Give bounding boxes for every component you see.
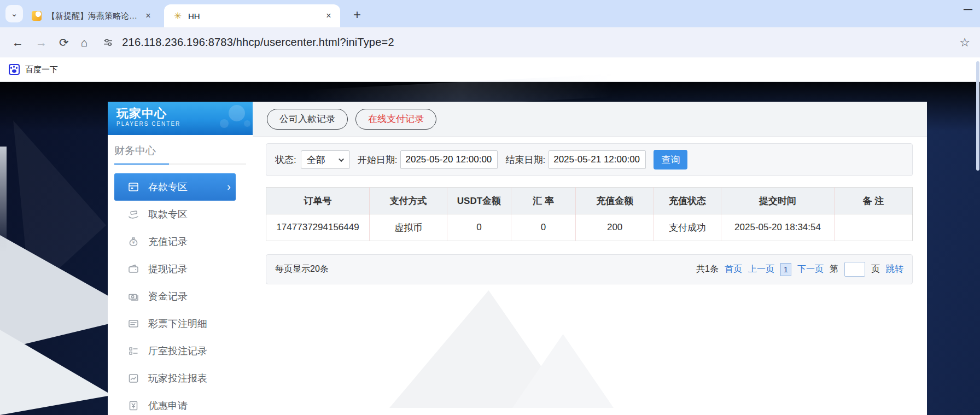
jump-suffix-label: 页 xyxy=(871,264,880,275)
record-tab-row: 公司入款记录 在线支付记录 xyxy=(253,102,927,137)
payment-records-table: 订单号 支付方式 USDT金额 汇 率 充值金额 充值状态 提交时间 备 注 1 xyxy=(266,187,913,241)
sidebar-item-label: 提现记录 xyxy=(148,262,188,276)
sidebar-item-label: 存款专区 xyxy=(148,180,188,194)
sidebar-section-finance: 财务中心 xyxy=(108,135,253,163)
cell-remark xyxy=(834,214,912,241)
hall-bet-record-icon xyxy=(127,345,139,357)
sidebar-item-lottery-bet-detail[interactable]: 彩票下注明细 xyxy=(108,310,253,337)
bookmark-star-icon[interactable]: ☆ xyxy=(959,36,970,50)
col-usdt-amount: USDT金额 xyxy=(447,188,511,214)
player-bet-report-icon xyxy=(127,372,139,384)
sidebar-item-label: 资金记录 xyxy=(148,290,188,303)
cell-payment-method: 虚拟币 xyxy=(370,214,447,241)
browser-tab-strip: ⌄ 【新提醒】海燕策略论坛 - × ✳ HH × + — xyxy=(0,0,980,27)
minimize-window-button[interactable]: — xyxy=(964,4,972,14)
page-size-label: 每页显示20条 xyxy=(275,264,329,275)
jump-link[interactable]: 跳转 xyxy=(886,264,903,275)
sidebar-item-player-bet-report[interactable]: 玩家投注报表 xyxy=(108,365,253,392)
sidebar-item-label: 优惠申请 xyxy=(148,399,188,412)
prev-page-link[interactable]: 上一页 xyxy=(748,264,774,275)
cell-usdt-amount: 0 xyxy=(447,214,511,241)
new-tab-button[interactable]: + xyxy=(349,7,365,23)
sidebar-item-funds-record[interactable]: 资金记录 xyxy=(108,283,253,310)
current-page-badge[interactable]: 1 xyxy=(780,263,791,276)
screenshot-root: ⌄ 【新提醒】海燕策略论坛 - × ✳ HH × + — ← → ⟳ ⌂ 216 xyxy=(0,0,980,415)
bookmark-baidu[interactable]: 百度一下 xyxy=(25,65,58,75)
sidebar-item-promo-apply[interactable]: 优惠申请 xyxy=(108,392,253,415)
background-edge-highlight xyxy=(0,147,7,253)
address-bar-url[interactable]: 216.118.236.196:8783/hhcp/usercenter.htm… xyxy=(122,36,394,49)
sidebar-item-withdrawal-record[interactable]: 提现记录 xyxy=(108,255,253,283)
browser-tab-hh[interactable]: ✳ HH × xyxy=(164,4,340,27)
next-page-link[interactable]: 下一页 xyxy=(797,264,824,275)
col-order-no: 订单号 xyxy=(266,188,370,214)
sidebar-header: 玩家中心 PLAYERS CENTER xyxy=(108,102,253,135)
record-content: 状态: 全部 开始日期: 结束日期: 查询 xyxy=(253,137,927,284)
sidebar-item-hall-bet-record[interactable]: 厅室投注记录 xyxy=(108,337,253,365)
forward-icon[interactable]: → xyxy=(36,36,47,49)
tab-online-payment-record[interactable]: 在线支付记录 xyxy=(355,109,436,130)
chevron-down-icon: ⌄ xyxy=(11,9,18,19)
col-submit-time: 提交时间 xyxy=(721,188,835,214)
cell-order-no: 1747737294156449 xyxy=(266,214,370,241)
bookmarks-bar: 百度一下 xyxy=(0,57,980,82)
decorative-circle xyxy=(229,105,245,121)
funds-record-icon xyxy=(127,290,139,302)
sidebar-subtitle: PLAYERS CENTER xyxy=(116,121,253,127)
cell-submit-time: 2025-05-20 18:34:54 xyxy=(721,214,835,241)
player-center-sidebar: 玩家中心 PLAYERS CENTER 财务中心 存款专区 › 取款专区 xyxy=(108,102,253,415)
start-date-input[interactable] xyxy=(400,150,498,169)
sidebar-item-recharge-record[interactable]: ¥ 充值记录 xyxy=(108,228,253,255)
tab-search-button[interactable]: ⌄ xyxy=(5,5,23,22)
cell-recharge-status: 支付成功 xyxy=(654,214,721,241)
recharge-record-icon: ¥ xyxy=(127,236,139,248)
table-header-row: 订单号 支付方式 USDT金额 汇 率 充值金额 充值状态 提交时间 备 注 xyxy=(266,188,913,214)
chevron-right-icon: › xyxy=(227,180,231,193)
sidebar-item-label: 彩票下注明细 xyxy=(148,317,207,330)
back-icon[interactable]: ← xyxy=(12,36,24,49)
first-page-link[interactable]: 首页 xyxy=(725,264,742,275)
sidebar-item-withdraw-zone[interactable]: 取款专区 xyxy=(108,201,253,228)
status-select[interactable]: 全部 xyxy=(301,150,350,169)
page-scrollbar-thumb[interactable] xyxy=(976,61,979,171)
svg-text:¥: ¥ xyxy=(132,239,135,245)
filter-bar: 状态: 全部 开始日期: 结束日期: 查询 xyxy=(266,143,913,176)
tab-company-deposit-record[interactable]: 公司入款记录 xyxy=(267,109,348,130)
tab-title: 【新提醒】海燕策略论坛 - xyxy=(47,11,139,21)
reload-icon[interactable]: ⟳ xyxy=(59,36,69,49)
status-label: 状态: xyxy=(275,154,296,166)
forum-favicon-icon xyxy=(32,11,42,21)
site-settings-icon[interactable] xyxy=(103,37,113,48)
close-icon[interactable]: × xyxy=(142,10,154,22)
pagination-bar: 每页显示20条 共1条 首页 上一页 1 下一页 第 页 跳转 xyxy=(266,254,913,284)
end-date-label: 结束日期: xyxy=(505,154,545,166)
section-divider xyxy=(114,163,246,165)
sidebar-item-label: 玩家投注报表 xyxy=(148,372,207,385)
browser-toolbar: ← → ⟳ ⌂ 216.118.236.196:8783/hhcp/userce… xyxy=(0,27,980,57)
baidu-paw-icon xyxy=(9,64,20,75)
search-button[interactable]: 查询 xyxy=(654,150,687,169)
end-date-input[interactable] xyxy=(549,150,646,169)
sidebar-item-label: 取款专区 xyxy=(148,208,188,221)
hh-favicon-icon: ✳ xyxy=(173,11,183,21)
sidebar-menu: 存款专区 › 取款专区 ¥ 充值记录 xyxy=(108,173,253,415)
col-recharge-status: 充值状态 xyxy=(654,188,721,214)
start-date-label: 开始日期: xyxy=(358,154,398,166)
deposit-icon xyxy=(127,181,139,193)
table-row: 1747737294156449 虚拟币 0 0 200 支付成功 2025-0… xyxy=(266,214,913,241)
sidebar-item-label: 充值记录 xyxy=(148,235,188,248)
jump-page-input[interactable] xyxy=(844,262,865,277)
browser-tab-forum[interactable]: 【新提醒】海燕策略论坛 - × xyxy=(23,4,160,27)
col-exchange-rate: 汇 率 xyxy=(511,188,575,214)
jump-prefix-label: 第 xyxy=(830,264,838,275)
chevron-down-icon xyxy=(339,156,344,162)
sidebar-item-deposit-zone[interactable]: 存款专区 › xyxy=(114,173,236,201)
close-icon[interactable]: × xyxy=(323,10,335,22)
tab-title: HH xyxy=(188,11,319,21)
cell-recharge-amount: 200 xyxy=(576,214,654,241)
webpage-background: 玩家中心 PLAYERS CENTER 财务中心 存款专区 › 取款专区 xyxy=(0,82,980,415)
home-icon[interactable]: ⌂ xyxy=(81,36,88,49)
sidebar-item-label: 厅室投注记录 xyxy=(148,344,207,358)
col-recharge-amount: 充值金额 xyxy=(576,188,654,214)
cell-exchange-rate: 0 xyxy=(511,214,575,241)
